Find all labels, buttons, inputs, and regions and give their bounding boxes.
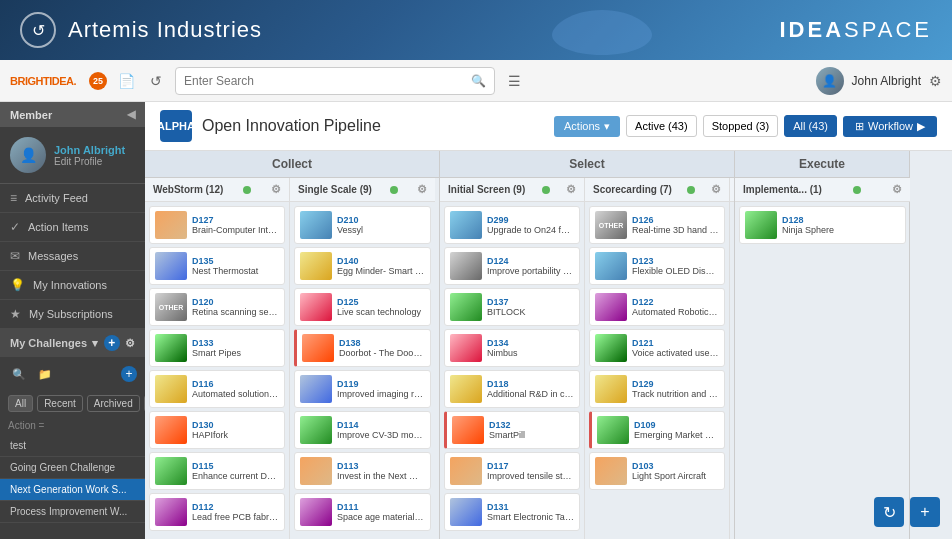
challenge-next-gen[interactable]: Next Generation Work S...: [0, 479, 145, 501]
sidebar-item-messages[interactable]: ✉ Messages: [0, 242, 145, 271]
card-d124[interactable]: D124 Improve portability for...: [444, 247, 580, 285]
challenges-section-header[interactable]: My Challenges ▾ + ⚙: [0, 329, 145, 357]
card-d115-title: Enhance current DAW...: [192, 471, 279, 481]
card-d103[interactable]: D103 Light Sport Aircraft: [589, 452, 725, 490]
card-d131-thumb: [450, 498, 482, 526]
filter-recent[interactable]: Recent: [37, 395, 83, 412]
card-d123[interactable]: D123 Flexible OLED Displays: [589, 247, 725, 285]
stopped-button[interactable]: Stopped (3): [703, 115, 778, 137]
activity-feed-icon: ≡: [10, 191, 17, 205]
card-d126[interactable]: OTHER D126 Real-time 3D hand ges...: [589, 206, 725, 244]
sidebar-collapse-btn[interactable]: ◀: [127, 108, 135, 121]
card-d121[interactable]: D121 Voice activated user in...: [589, 329, 725, 367]
card-d112[interactable]: D112 Lead free PCB fabricat...: [149, 493, 285, 531]
card-d137-thumb: [450, 293, 482, 321]
card-d135-info: D135 Nest Thermostat: [192, 256, 279, 276]
innovations-icon: 💡: [10, 278, 25, 292]
card-d140[interactable]: D140 Egg Minder- Smart Eg...: [294, 247, 431, 285]
card-d134-id: D134: [487, 338, 574, 348]
card-d299[interactable]: D299 Upgrade to On24 for ...: [444, 206, 580, 244]
challenge-test[interactable]: test: [0, 435, 145, 457]
card-d129[interactable]: D129 Track nutrition and di...: [589, 370, 725, 408]
card-d138-thumb: [302, 334, 334, 362]
member-label: Member: [10, 109, 52, 121]
action-filter: Action =: [0, 416, 145, 435]
card-d130-title: HAPIfork: [192, 430, 279, 440]
settings-icon[interactable]: ⚙: [929, 73, 942, 89]
card-d117[interactable]: D117 Improved tensile stren...: [444, 452, 580, 490]
card-d116-id: D116: [192, 379, 279, 389]
list-view-icon[interactable]: ☰: [503, 70, 525, 92]
card-d133[interactable]: D133 Smart Pipes: [149, 329, 285, 367]
add-btn[interactable]: +: [910, 497, 940, 527]
card-d138[interactable]: D138 Doorbot - The Doorbell...: [294, 329, 431, 367]
challenge-process-improvement[interactable]: Process Improvement W...: [0, 501, 145, 523]
card-d134-info: D134 Nimbus: [487, 338, 574, 358]
card-d125-info: D125 Live scan technology: [337, 297, 425, 317]
card-d134[interactable]: D134 Nimbus: [444, 329, 580, 367]
initial-screen-gear-icon[interactable]: ⚙: [566, 183, 576, 196]
webstorm-gear-icon[interactable]: ⚙: [271, 183, 281, 196]
card-d128-title: Ninja Sphere: [782, 225, 900, 235]
sidebar-item-action-items[interactable]: ✓ Action Items: [0, 213, 145, 242]
card-d135[interactable]: D135 Nest Thermostat: [149, 247, 285, 285]
search-icon[interactable]: 🔍: [471, 74, 486, 88]
card-d125[interactable]: D125 Live scan technology: [294, 288, 431, 326]
sidebar-item-my-innovations[interactable]: 💡 My Innovations: [0, 271, 145, 300]
card-d115[interactable]: D115 Enhance current DAW...: [149, 452, 285, 490]
toolbar-icon-doc[interactable]: 📄: [115, 70, 137, 92]
card-d130[interactable]: D130 HAPIfork: [149, 411, 285, 449]
card-d114[interactable]: D114 Improve CV-3D modeli...: [294, 411, 431, 449]
card-d119[interactable]: D119 Improved imaging res...: [294, 370, 431, 408]
toolbar-icon-refresh[interactable]: ↺: [145, 70, 167, 92]
card-d122[interactable]: D122 Automated Robotic W...: [589, 288, 725, 326]
add-challenge-btn[interactable]: +: [104, 335, 120, 351]
card-d131[interactable]: D131 Smart Electronic Tattoo: [444, 493, 580, 531]
card-d116[interactable]: D116 Automated solution fo...: [149, 370, 285, 408]
card-d135-title: Nest Thermostat: [192, 266, 279, 276]
workflow-button[interactable]: ⊞ Workflow ▶: [843, 116, 937, 137]
sidebar-item-my-subscriptions[interactable]: ★ My Subscriptions: [0, 300, 145, 329]
card-d111[interactable]: D111 Space age materials fo...: [294, 493, 431, 531]
card-d118-info: D118 Additional R&D in carb...: [487, 379, 574, 399]
card-d113-thumb: [300, 457, 332, 485]
card-d113[interactable]: D113 Invest in the Next Gen...: [294, 452, 431, 490]
active-button[interactable]: Active (43): [626, 115, 697, 137]
actions-button[interactable]: Actions ▾: [554, 116, 620, 137]
card-d137[interactable]: D137 BITLOCK: [444, 288, 580, 326]
scorecarding-gear-icon[interactable]: ⚙: [711, 183, 721, 196]
webstorm-status-dot: [243, 186, 251, 194]
search-box: 🔍: [175, 67, 495, 95]
card-d120[interactable]: OTHER D120 Retina scanning security: [149, 288, 285, 326]
filter-archived[interactable]: Archived: [87, 395, 140, 412]
card-d128[interactable]: D128 Ninja Sphere: [739, 206, 906, 244]
search-input[interactable]: [184, 74, 471, 88]
card-d210[interactable]: D210 Vessyl: [294, 206, 431, 244]
edit-profile-link[interactable]: Edit Profile: [54, 156, 125, 167]
all-button[interactable]: All (43): [784, 115, 837, 137]
single-scale-label: Single Scale (9): [298, 184, 372, 195]
challenge-going-green[interactable]: Going Green Challenge: [0, 457, 145, 479]
card-d127[interactable]: D127 Brain-Computer Interf...: [149, 206, 285, 244]
card-d299-info: D299 Upgrade to On24 for ...: [487, 215, 574, 235]
card-d118[interactable]: D118 Additional R&D in carb...: [444, 370, 580, 408]
sidebar-item-activity-feed[interactable]: ≡ Activity Feed: [0, 184, 145, 213]
sidebar-folder-icon[interactable]: 📁: [34, 363, 56, 385]
card-d126-id: D126: [632, 215, 719, 225]
notification-badge[interactable]: 25: [89, 72, 107, 90]
filter-all[interactable]: All: [8, 395, 33, 412]
refresh-btn[interactable]: ↻: [874, 497, 904, 527]
sidebar-add-btn[interactable]: +: [121, 366, 137, 382]
card-d112-info: D112 Lead free PCB fabricat...: [192, 502, 279, 522]
card-d109[interactable]: D109 Emerging Market Dev...: [589, 411, 725, 449]
card-d132[interactable]: D132 SmartPill: [444, 411, 580, 449]
single-scale-gear-icon[interactable]: ⚙: [417, 183, 427, 196]
phase-select: Select Initial Screen (9) ⚙: [440, 151, 735, 539]
implementation-gear-icon[interactable]: ⚙: [892, 183, 902, 196]
card-d135-thumb: [155, 252, 187, 280]
challenges-settings-icon[interactable]: ⚙: [125, 337, 135, 350]
sidebar-user-name[interactable]: John Albright: [54, 144, 125, 156]
card-d111-info: D111 Space age materials fo...: [337, 502, 425, 522]
card-d114-title: Improve CV-3D modeli...: [337, 430, 425, 440]
sidebar-search-icon[interactable]: 🔍: [8, 363, 30, 385]
